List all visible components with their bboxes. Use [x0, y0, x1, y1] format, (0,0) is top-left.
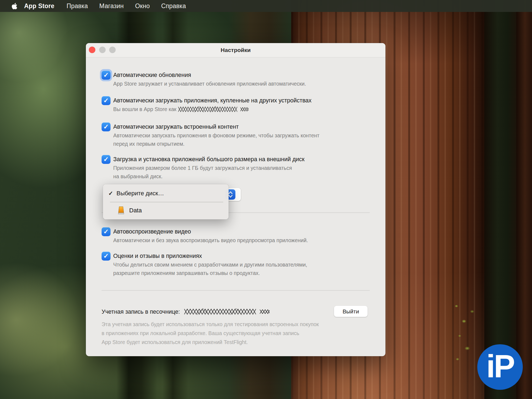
window-title: Настройки — [86, 43, 385, 57]
setting-title: Автоматически загружать встроенный конте… — [113, 122, 319, 131]
check-icon: ✓ — [103, 156, 109, 163]
menu-item-label: Выберите диск… — [116, 190, 164, 197]
setting-description: Автоматически и без звука воспроизводить… — [113, 236, 308, 245]
logout-button[interactable]: Выйти — [334, 306, 368, 317]
menu-store[interactable]: Магазин — [94, 2, 129, 10]
setting-row: ✓ Оценки и отзывы в приложениях Чтобы де… — [102, 251, 307, 277]
check-icon: ✓ — [103, 97, 109, 104]
setting-description: Приложения размером более 1 ГБ будут заг… — [113, 164, 304, 172]
menu-bar: App Store Правка Магазин Окно Справка — [0, 0, 532, 12]
setting-description: перед их первым открытием. — [113, 140, 319, 148]
check-icon: ✓ — [103, 228, 109, 235]
setting-title: Автоматические обновления — [113, 70, 306, 80]
menu-window[interactable]: Окно — [129, 2, 155, 10]
checkbox-video-autoplay[interactable]: ✓ — [102, 227, 111, 236]
checkbox-auto-download-purchases[interactable]: ✓ — [102, 96, 111, 105]
setting-title: Оценки и отзывы в приложениях — [113, 251, 307, 261]
redacted-account-scribble — [184, 307, 270, 316]
divider — [102, 290, 370, 291]
setting-row: ✓ Автоматически загружать встроенный кон… — [102, 122, 319, 148]
setting-description: Вы вошли в App Store как — [113, 105, 312, 113]
menu-item-label: Data — [129, 207, 142, 214]
sandbox-account-label: Учетная запись в песочнице: — [102, 309, 180, 315]
disk-dropdown-menu: ✓ Выберите диск… Data — [103, 184, 229, 219]
iphones-ru-watermark-logo: iP — [477, 344, 523, 390]
sandbox-account-row: Учетная запись в песочнице: — [102, 307, 270, 316]
setting-row: ✓ Автовоспроизведение видео Автоматическ… — [102, 227, 308, 245]
checkbox-ratings-reviews[interactable]: ✓ — [102, 252, 111, 261]
sandbox-note-line: в приложениях при локальной разработке. … — [102, 329, 299, 338]
setting-title: Автовоспроизведение видео — [113, 227, 308, 236]
menu-app-store[interactable]: App Store — [18, 2, 61, 10]
checkbox-auto-download-content[interactable]: ✓ — [102, 122, 111, 131]
sandbox-note-line: App Store будет использоваться для прило… — [102, 338, 248, 347]
checkmark-icon: ✓ — [108, 190, 115, 197]
setting-description: на выбранный диск. — [113, 172, 304, 181]
menu-edit[interactable]: Правка — [61, 2, 94, 10]
window-titlebar[interactable]: Настройки — [86, 43, 385, 57]
settings-window: Настройки ✓ Автоматические обновления Ap… — [86, 43, 385, 356]
setting-title: Загрузка и установка приложений большого… — [113, 155, 304, 164]
setting-row: ✓ Автоматически загружать приложения, ку… — [102, 96, 312, 113]
redacted-account-scribble — [178, 105, 249, 113]
setting-row: ✓ Автоматические обновления App Store за… — [102, 70, 306, 88]
wallpaper-forest-shadow — [484, 0, 517, 399]
wallpaper-tree-trunk — [516, 0, 532, 399]
menu-item-choose-disk[interactable]: ✓ Выберите диск… — [103, 187, 229, 199]
external-disk-icon — [117, 206, 125, 215]
check-icon: ✓ — [103, 124, 109, 130]
setting-description: Автоматически запускать приложения в фон… — [113, 131, 319, 140]
checkbox-automatic-updates[interactable]: ✓ — [102, 71, 111, 80]
check-icon: ✓ — [103, 72, 109, 78]
apple-menu-icon[interactable] — [11, 2, 18, 10]
sandbox-note-line: Эта учетная запись будет использоваться … — [102, 320, 319, 329]
check-icon: ✓ — [103, 253, 109, 259]
desktop: App Store Правка Магазин Окно Справка На… — [0, 0, 532, 399]
menu-item-data-disk[interactable]: Data — [103, 205, 229, 216]
checkbox-external-disk-downloads[interactable]: ✓ — [102, 155, 111, 164]
menu-help[interactable]: Справка — [155, 2, 192, 10]
setting-row: ✓ Загрузка и установка приложений большо… — [102, 155, 304, 181]
setting-title: Автоматически загружать приложения, купл… — [113, 96, 312, 105]
setting-description: разрешите приложениям запрашивать отзывы… — [113, 269, 307, 277]
menu-separator — [110, 202, 223, 202]
setting-description: Чтобы делиться своим мнением с разработч… — [113, 261, 307, 269]
setting-description: App Store загружает и устанавливает обно… — [113, 80, 306, 88]
